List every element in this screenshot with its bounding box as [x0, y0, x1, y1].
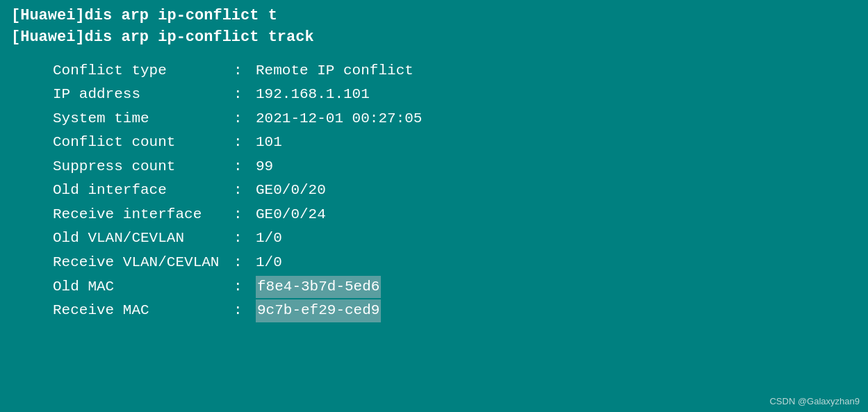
table-row: Receive interface:GE0/0/24	[53, 204, 857, 226]
field-colon: :	[234, 156, 247, 179]
field-label: Suppress count	[53, 156, 234, 179]
field-value: 1/0	[256, 252, 282, 274]
field-value: 192.168.1.101	[256, 83, 370, 106]
info-table: Conflict type:Remote IP conflictIP addre…	[11, 60, 857, 322]
field-value: 9c7b-ef29-ced9	[256, 299, 381, 322]
field-label: Conflict count	[53, 131, 234, 154]
field-value: 101	[256, 131, 282, 154]
field-colon: :	[234, 227, 247, 250]
partial-command-line: [Huawei]dis arp ip-conflict t	[11, 6, 857, 27]
table-row: Receive VLAN/CEVLAN:1/0	[53, 252, 857, 274]
field-colon: :	[234, 108, 247, 131]
table-row: Old MAC:f8e4-3b7d-5ed6	[53, 276, 857, 299]
field-colon: :	[234, 252, 247, 274]
field-value: GE0/0/20	[256, 179, 326, 202]
field-label: Old interface	[53, 179, 234, 202]
table-row: Old interface:GE0/0/20	[53, 179, 857, 202]
field-value: GE0/0/24	[256, 204, 326, 226]
table-row: Old VLAN/CEVLAN:1/0	[53, 227, 857, 250]
field-value: f8e4-3b7d-5ed6	[256, 276, 381, 299]
field-value: 2021-12-01 00:27:05	[256, 108, 422, 131]
field-colon: :	[234, 131, 247, 154]
field-colon: :	[234, 276, 247, 299]
table-row: Suppress count:99	[53, 156, 857, 179]
field-colon: :	[234, 60, 247, 83]
field-label: IP address	[53, 83, 234, 106]
field-label: System time	[53, 108, 234, 131]
table-row: Conflict type:Remote IP conflict	[53, 60, 857, 83]
field-value: 99	[256, 156, 273, 179]
table-row: Receive MAC:9c7b-ef29-ced9	[53, 299, 857, 322]
watermark: CSDN @Galaxyzhan9	[769, 396, 860, 406]
field-label: Old VLAN/CEVLAN	[53, 227, 234, 250]
field-colon: :	[234, 299, 247, 322]
field-label: Receive MAC	[53, 299, 234, 322]
table-row: Conflict count:101	[53, 131, 857, 154]
table-row: System time:2021-12-01 00:27:05	[53, 108, 857, 131]
field-label: Conflict type	[53, 60, 234, 83]
command-line: [Huawei]dis arp ip-conflict track	[11, 27, 857, 49]
field-value: Remote IP conflict	[256, 60, 413, 83]
terminal-container: [Huawei]dis arp ip-conflict t [Huawei]di…	[0, 0, 868, 412]
field-label: Receive VLAN/CEVLAN	[53, 252, 234, 274]
field-label: Receive interface	[53, 204, 234, 226]
field-colon: :	[234, 204, 247, 226]
field-colon: :	[234, 179, 247, 202]
field-label: Old MAC	[53, 276, 234, 299]
table-row: IP address:192.168.1.101	[53, 83, 857, 106]
field-value: 1/0	[256, 227, 282, 250]
field-colon: :	[234, 83, 247, 106]
